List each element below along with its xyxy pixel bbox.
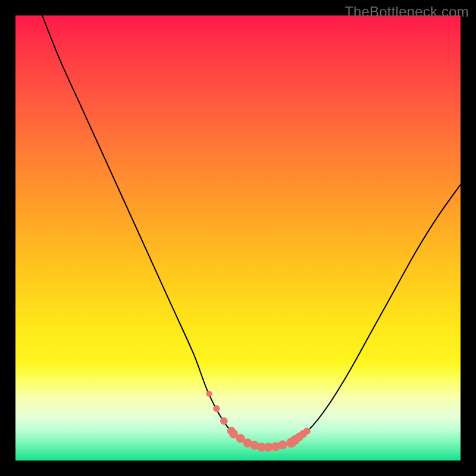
bead [278, 440, 287, 449]
beads-layer [15, 15, 461, 461]
chart-frame: TheBottleneck.com [0, 0, 476, 476]
bead [206, 391, 212, 397]
bead [213, 405, 220, 412]
watermark-text: TheBottleneck.com [345, 4, 469, 20]
bead [220, 417, 228, 425]
bead [303, 427, 311, 434]
plot-area [15, 15, 461, 461]
